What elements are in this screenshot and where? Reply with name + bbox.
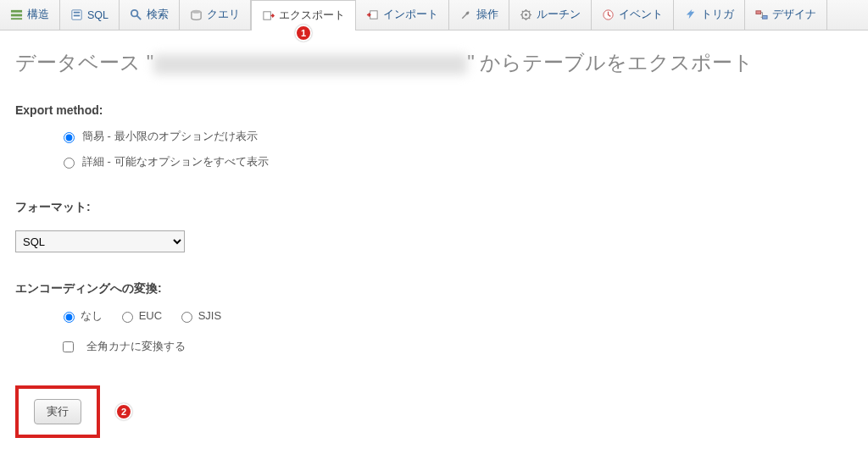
tab-designer[interactable]: デザイナ (745, 0, 827, 30)
encoding-fullwidth[interactable]: 全角カナに変換する (59, 335, 186, 357)
encoding-fullwidth-checkbox[interactable] (63, 341, 74, 352)
encoding-heading: エンコーディングへの変換: (15, 281, 853, 296)
svg-rect-4 (74, 12, 81, 14)
tab-structure[interactable]: 構造 (0, 0, 60, 30)
wrench-icon (459, 8, 472, 21)
search-icon (130, 8, 142, 21)
svg-rect-10 (370, 11, 377, 19)
encoding-sjis-label: SJIS (198, 305, 221, 327)
svg-rect-9 (264, 12, 270, 19)
svg-rect-15 (762, 15, 767, 19)
sql-icon (70, 8, 83, 21)
tab-search[interactable]: 検索 (120, 0, 180, 30)
format-heading: フォーマット: (15, 200, 853, 215)
tab-query[interactable]: クエリ (180, 0, 251, 30)
annotation-badge-2: 2 (115, 403, 132, 420)
tab-label: エクスポート (279, 8, 345, 23)
query-icon (190, 8, 203, 21)
encoding-options: なし EUC SJIS 全角カナに変換する (15, 305, 853, 360)
export-method-options: 簡易 - 最小限のオプションだけ表示 詳細 - 可能なオプションをすべて表示 (15, 125, 853, 176)
tab-label: デザイナ (772, 8, 816, 22)
tab-label: インポート (383, 8, 438, 22)
svg-line-7 (136, 15, 141, 19)
export-method-heading: Export method: (15, 103, 853, 117)
encoding-euc[interactable]: EUC (118, 305, 162, 327)
export-method-quick-radio[interactable] (64, 132, 75, 143)
routines-icon (520, 8, 532, 21)
encoding-sjis-radio[interactable] (181, 312, 192, 323)
tab-label: クエリ (207, 8, 240, 22)
svg-rect-14 (756, 11, 761, 14)
tab-label: 構造 (27, 8, 49, 22)
tab-label: 操作 (476, 8, 498, 22)
annotation-badge-1: 1 (295, 25, 312, 42)
tab-label: 検索 (147, 8, 169, 22)
encoding-sjis[interactable]: SJIS (177, 305, 221, 327)
encoding-radio-row: なし EUC SJIS (59, 305, 853, 330)
import-icon (366, 8, 379, 21)
svg-point-12 (525, 14, 527, 16)
designer-icon (755, 8, 768, 21)
title-prefix: データベース " (15, 51, 153, 74)
svg-rect-2 (11, 18, 22, 19)
svg-rect-1 (11, 14, 22, 17)
tab-events[interactable]: イベント (592, 0, 674, 30)
execute-button[interactable]: 実行 (34, 399, 81, 424)
tab-label: イベント (619, 8, 663, 22)
svg-rect-0 (11, 10, 22, 13)
export-method-custom[interactable]: 詳細 - 可能なオプションをすべて表示 (59, 151, 269, 173)
export-method-quick[interactable]: 簡易 - 最小限のオプションだけ表示 (59, 125, 258, 147)
encoding-none-label: なし (81, 305, 103, 327)
clock-icon (602, 8, 615, 21)
format-select[interactable]: SQL (15, 230, 185, 252)
tab-routines[interactable]: ルーチン (509, 0, 592, 30)
db-name-redacted (153, 54, 467, 75)
svg-point-8 (192, 10, 201, 14)
encoding-none-radio[interactable] (64, 312, 75, 323)
tab-triggers[interactable]: トリガ (674, 0, 745, 30)
encoding-euc-label: EUC (139, 305, 162, 327)
export-method-custom-radio[interactable] (64, 158, 75, 169)
submit-highlight-frame: 実行 (15, 385, 100, 438)
tab-export[interactable]: エクスポート 1 (251, 0, 356, 30)
top-nav: 構造 SQL 検索 クエリ エクスポート 1 インポート (0, 0, 868, 30)
svg-point-6 (131, 10, 138, 17)
structure-icon (10, 8, 23, 21)
page-title: データベース "" からテーブルをエクスポート (15, 49, 853, 76)
export-method-quick-label: 簡易 - 最小限のオプションだけ表示 (82, 125, 258, 147)
export-method-custom-label: 詳細 - 可能なオプションをすべて表示 (82, 151, 269, 173)
page-body: データベース "" からテーブルをエクスポート Export method: 簡… (0, 30, 868, 448)
encoding-none[interactable]: なし (59, 305, 103, 327)
svg-rect-5 (74, 15, 81, 17)
title-suffix: " からテーブルをエクスポート (467, 51, 754, 74)
tab-label: ルーチン (537, 8, 581, 22)
export-icon (262, 9, 275, 22)
submit-area: 実行 2 (15, 385, 853, 438)
tab-label: SQL (87, 9, 108, 21)
tab-sql[interactable]: SQL (60, 0, 120, 30)
encoding-euc-radio[interactable] (122, 312, 133, 323)
tab-import[interactable]: インポート (356, 0, 449, 30)
encoding-fullwidth-label: 全角カナに変換する (86, 335, 186, 357)
tab-operations[interactable]: 操作 (449, 0, 509, 30)
triggers-icon (684, 8, 697, 21)
tab-label: トリガ (701, 8, 734, 22)
